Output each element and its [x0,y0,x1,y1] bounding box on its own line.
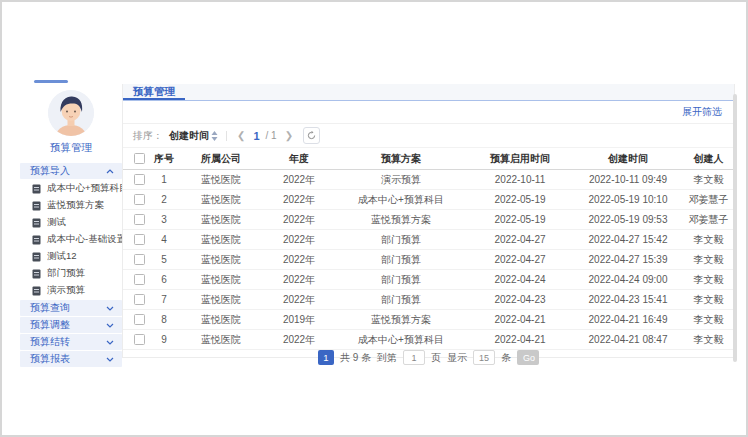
cell-created: 2022-04-23 15:41 [573,294,683,305]
pagination-bar: 1 共 9 条 到第 页 显示 条 Go [123,350,734,365]
page-size-input[interactable] [473,350,495,365]
cell-creator: 李文毅 [683,173,734,187]
select-all-checkbox[interactable] [134,153,145,164]
table-row[interactable]: 8蓝悦医院2019年蓝悦预算方案2022-04-212022-04-21 16:… [123,310,734,330]
sidebar-item-0-0[interactable]: 成本中心+预算科目 [20,180,122,197]
row-checkbox[interactable] [134,334,145,345]
cell-enable_date: 2022-04-27 [467,254,573,265]
column-header-5: 创建时间 [573,152,683,166]
column-header-3: 预算方案 [335,152,467,166]
page-unit-label: 页 [431,351,441,365]
sidebar-group-0[interactable]: 预算导入 [20,163,122,179]
expand-filter-link[interactable]: 展开筛选 [682,105,722,119]
table-header-row: 序号所属公司年度预算方案预算启用时间创建时间创建人 [123,148,734,170]
cell-plan: 成本中心+预算科目 [335,193,467,207]
sort-carets-icon [211,131,218,141]
chevron-down-icon [106,306,114,311]
tab-budget-management[interactable]: 预算管理 [123,84,185,100]
cell-plan: 演示预算 [335,173,467,187]
sidebar-item-label: 成本中心-基础设置... [47,233,122,246]
column-header-0: 序号 [149,152,179,166]
cell-year: 2022年 [263,213,335,227]
cell-company: 蓝悦医院 [179,233,263,247]
table-row[interactable]: 2蓝悦医院2022年成本中心+预算科目2022-05-192022-05-19 … [123,190,734,210]
sidebar-item-0-1[interactable]: 蓝悦预算方案 [20,197,122,214]
page-scrollbar[interactable] [733,94,737,362]
cell-created: 2022-05-19 09:53 [573,214,683,225]
row-checkbox[interactable] [134,274,145,285]
column-header-4: 预算启用时间 [467,152,573,166]
app-window: 预算管理 预算导入成本中心+预算科目蓝悦预算方案测试成本中心-基础设置...测试… [0,0,748,437]
table-row[interactable]: 4蓝悦医院2022年部门预算2022-04-272022-04-27 15:42… [123,230,734,250]
row-checkbox[interactable] [134,194,145,205]
table-row[interactable]: 7蓝悦医院2022年部门预算2022-04-232022-04-23 15:41… [123,290,734,310]
cell-created: 2022-04-27 15:42 [573,234,683,245]
sidebar-group-label: 预算报表 [30,352,70,366]
cell-enable_date: 2022-04-27 [467,234,573,245]
go-button[interactable]: Go [517,350,539,365]
table-row[interactable]: 1蓝悦医院2022年演示预算2022-10-112022-10-11 09:49… [123,170,734,190]
total-count-text: 共 9 条 [340,351,371,365]
document-icon [32,252,41,262]
avatar-person-icon [48,90,94,136]
cell-enable_date: 2022-05-19 [467,214,573,225]
cell-enable_date: 2022-05-19 [467,194,573,205]
row-checkbox[interactable] [134,174,145,185]
sidebar-group-1[interactable]: 预算查询 [20,300,122,316]
chevron-up-icon [106,169,114,174]
sidebar-group-label: 预算查询 [30,301,70,315]
prev-page-icon[interactable]: ❮ [235,130,247,141]
sidebar-item-label: 蓝悦预算方案 [47,199,104,212]
cell-company: 蓝悦医院 [179,273,263,287]
sidebar-item-0-6[interactable]: 演示预算 [20,282,122,299]
next-page-icon[interactable]: ❯ [283,130,295,141]
sidebar-item-0-3[interactable]: 成本中心-基础设置... [20,231,122,248]
cell-enable_date: 2022-04-21 [467,314,573,325]
cell-year: 2022年 [263,253,335,267]
sidebar-item-0-2[interactable]: 测试 [20,214,122,231]
refresh-button[interactable] [303,127,320,144]
total-pages: / 1 [266,130,277,141]
cell-year: 2022年 [263,233,335,247]
user-avatar [48,90,94,136]
row-checkbox[interactable] [134,314,145,325]
cell-creator: 李文毅 [683,273,734,287]
cell-company: 蓝悦医院 [179,293,263,307]
goto-label: 到第 [377,351,397,365]
cell-enable_date: 2022-04-23 [467,294,573,305]
cell-no: 3 [149,214,179,225]
page-1-button[interactable]: 1 [318,350,334,365]
sidebar-group-4[interactable]: 预算报表 [20,351,122,367]
row-checkbox[interactable] [134,294,145,305]
sort-field-created-time[interactable]: 创建时间 [169,129,218,143]
cell-year: 2022年 [263,193,335,207]
chevron-down-icon [106,340,114,345]
sidebar-group-3[interactable]: 预算结转 [20,334,122,350]
row-checkbox[interactable] [134,214,145,225]
table-row[interactable]: 6蓝悦医院2022年部门预算2022-04-242022-04-24 09:00… [123,270,734,290]
cell-no: 7 [149,294,179,305]
cell-created: 2022-04-27 15:39 [573,254,683,265]
cell-company: 蓝悦医院 [179,173,263,187]
cell-created: 2022-04-21 08:47 [573,334,683,345]
column-header-6: 创建人 [683,152,734,166]
cell-creator: 李文毅 [683,313,734,327]
table-row[interactable]: 9蓝悦医院2022年成本中心+预算科目2022-04-212022-04-21 … [123,330,734,350]
document-icon [32,218,41,228]
refresh-icon [307,131,316,140]
sidebar-item-0-4[interactable]: 测试12 [20,248,122,265]
row-checkbox[interactable] [134,234,145,245]
sort-label: 排序： [133,129,163,143]
cell-plan: 部门预算 [335,233,467,247]
sidebar-group-2[interactable]: 预算调整 [20,317,122,333]
sidebar-item-0-5[interactable]: 部门预算 [20,265,122,282]
table-row[interactable]: 3蓝悦医院2022年蓝悦预算方案2022-05-192022-05-19 09:… [123,210,734,230]
current-page: 1 [253,130,259,142]
table-row[interactable]: 5蓝悦医院2022年部门预算2022-04-272022-04-27 15:39… [123,250,734,270]
cell-no: 1 [149,174,179,185]
cell-company: 蓝悦医院 [179,313,263,327]
cell-plan: 部门预算 [335,253,467,267]
row-checkbox[interactable] [134,254,145,265]
goto-page-input[interactable] [403,350,425,365]
cell-plan: 蓝悦预算方案 [335,213,467,227]
